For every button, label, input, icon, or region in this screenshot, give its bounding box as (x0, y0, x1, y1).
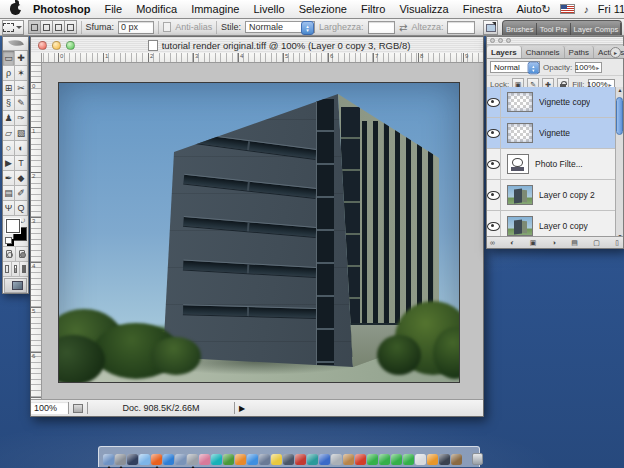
scrollbar-thumb[interactable] (616, 97, 623, 135)
layer-thumbnail[interactable] (507, 216, 533, 236)
layers-footer-icon[interactable]: ▣ (530, 239, 537, 247)
dock-icon[interactable] (403, 454, 414, 465)
layers-footer-icon[interactable]: ▢ (593, 239, 600, 247)
tool-button[interactable]: ρ (3, 66, 15, 81)
opacity-value[interactable]: 100% (575, 62, 602, 73)
swap-colors-icon[interactable]: ⤾ (20, 218, 25, 225)
palette-close-button[interactable] (490, 38, 495, 43)
layer-thumbnail[interactable] (507, 185, 533, 205)
width-input[interactable] (368, 21, 395, 34)
dock-icon[interactable] (439, 454, 450, 465)
menu-item[interactable]: Immagine (191, 3, 239, 15)
selection-new-button[interactable] (28, 20, 41, 34)
layer-thumbnail[interactable] (507, 154, 529, 174)
menu-item[interactable]: File (104, 3, 122, 15)
style-select[interactable]: Normale (245, 21, 315, 33)
palette-minimize-button[interactable] (498, 38, 503, 43)
selection-intersect-button[interactable] (65, 20, 77, 34)
feather-input[interactable]: 0 px (118, 21, 154, 34)
layer-row[interactable]: Vignette (487, 118, 623, 149)
jump-to-imageready-button[interactable] (4, 278, 27, 293)
palette-menu-icon[interactable] (610, 47, 621, 58)
dock-icon[interactable] (259, 454, 270, 465)
tool-button[interactable]: ▭ (3, 51, 15, 66)
trash-icon[interactable] (472, 453, 483, 465)
dock-icon[interactable] (307, 454, 318, 465)
tool-button[interactable]: ▶ (3, 156, 15, 171)
layer-row[interactable]: Vignette copy (487, 87, 623, 118)
apple-menu-icon[interactable] (10, 3, 21, 15)
visibility-toggle[interactable] (487, 180, 501, 210)
selection-subtract-button[interactable] (53, 20, 65, 34)
tool-preset-picker[interactable] (2, 20, 24, 35)
scroll-up-icon[interactable]: ▲ (616, 87, 624, 93)
dock-icon[interactable] (247, 454, 258, 465)
layer-row[interactable]: Layer 0 copy 2 (487, 180, 623, 211)
dock-icon[interactable] (391, 454, 402, 465)
tool-button[interactable]: ○ (3, 141, 15, 156)
sync-menu-icon[interactable] (542, 3, 551, 16)
dock-icon[interactable] (343, 454, 354, 465)
dock-icon[interactable] (427, 454, 438, 465)
antialias-checkbox[interactable] (163, 22, 172, 32)
tool-button[interactable]: ✐ (15, 186, 28, 201)
canvas-image[interactable] (59, 83, 459, 382)
foreground-color-swatch[interactable] (6, 219, 20, 233)
layers-footer-icon[interactable]: ◑ (552, 239, 556, 246)
menu-clock[interactable]: Fri 11:42 AM (598, 3, 624, 15)
dock-icon[interactable] (355, 454, 366, 465)
dock-icon[interactable] (367, 454, 378, 465)
dock-icon[interactable] (139, 454, 150, 465)
volume-menu-icon[interactable] (584, 3, 589, 15)
tool-button[interactable]: ✑ (15, 111, 28, 126)
dock-icon[interactable] (127, 454, 138, 465)
dock-icon[interactable] (151, 454, 162, 465)
dock-icon[interactable] (223, 454, 234, 465)
palette-title-bar[interactable] (487, 37, 623, 45)
tool-button[interactable]: ▧ (15, 126, 28, 141)
fullscreen-button[interactable] (20, 262, 28, 276)
dock-icon[interactable] (103, 454, 114, 465)
tool-button[interactable]: ✎ (15, 96, 28, 111)
layers-scrollbar[interactable]: ▲ ▼ (615, 87, 623, 239)
dock-icon[interactable] (379, 454, 390, 465)
tool-button[interactable]: ✂ (15, 81, 28, 96)
dock-icon[interactable] (199, 454, 210, 465)
layers-footer-icon[interactable]: ∞ (490, 239, 495, 246)
layer-row[interactable]: Photo Filte... (487, 149, 623, 180)
menu-item-photoshop[interactable]: Photoshop (33, 3, 90, 15)
layers-footer-icon[interactable]: ▯ (615, 239, 619, 247)
tool-button[interactable]: ⊞ (3, 81, 15, 96)
layer-thumbnail[interactable] (507, 123, 533, 143)
menu-item[interactable]: Livello (253, 3, 284, 15)
selection-add-button[interactable] (41, 20, 53, 34)
menu-item[interactable]: Finestra (463, 3, 503, 15)
dock-icon[interactable] (235, 454, 246, 465)
dock-icon[interactable] (451, 454, 462, 465)
status-thumbnail-icon[interactable] (69, 402, 88, 414)
layers-footer-icon[interactable]: ▤ (571, 239, 578, 247)
dock-icon[interactable] (211, 454, 222, 465)
tool-button[interactable]: ◆ (15, 171, 28, 186)
tool-button[interactable]: ▤ (3, 186, 15, 201)
tool-button[interactable]: ▱ (3, 126, 15, 141)
palette-well-tab[interactable]: Layer Comps (571, 23, 621, 35)
tool-button[interactable]: T (15, 156, 28, 171)
dock-icon[interactable] (331, 454, 342, 465)
adobe-feather-logo[interactable] (3, 37, 28, 51)
palette-zoom-button[interactable] (506, 38, 511, 43)
tool-button[interactable]: ✒ (3, 171, 15, 186)
default-colors-icon[interactable] (5, 237, 12, 244)
quick-mask-mode-button[interactable] (16, 247, 28, 261)
palette-well-tab[interactable]: Tool Pre (537, 23, 571, 35)
dock-icon[interactable] (319, 454, 330, 465)
palette-tab[interactable]: Layers (487, 46, 522, 58)
tool-button[interactable]: ✚ (15, 51, 28, 66)
menu-item[interactable]: Aiuto (516, 3, 541, 15)
tool-button[interactable]: Q (15, 201, 28, 216)
layer-thumbnail[interactable] (507, 92, 533, 112)
palette-tab[interactable]: Channels (522, 46, 565, 58)
zoom-button[interactable] (66, 41, 75, 50)
tool-button[interactable]: Ψ (3, 201, 15, 216)
document-title-bar[interactable]: tutorial render original.tiff @ 100% (La… (31, 37, 483, 54)
